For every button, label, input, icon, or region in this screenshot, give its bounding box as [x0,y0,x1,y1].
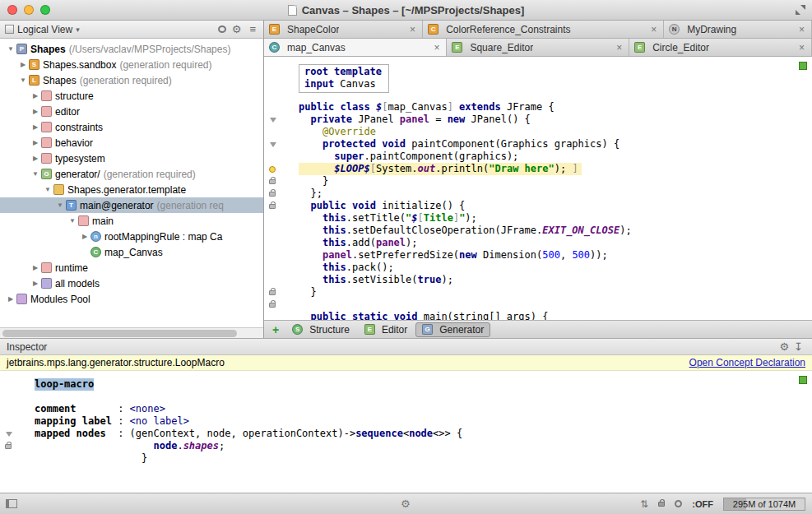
code-text[interactable]: super.paintComponent(graphics); [299,150,518,163]
code-token[interactable]: .setVisible( [346,274,418,285]
insp-line[interactable]: mapping label : <no label> [0,415,812,428]
tree-item-all-models[interactable]: ▶all models [0,276,263,291]
code-token[interactable]: ); [554,163,573,174]
code-token[interactable]: }; [299,188,322,199]
code-text[interactable]: } [35,452,147,465]
code-token[interactable] [299,262,322,273]
code-token[interactable]: <none> [130,403,165,414]
highlighting-level-icon[interactable] [675,500,682,507]
close-icon[interactable]: × [615,42,624,53]
inspector-editor[interactable]: loop-macrocomment : <none>mapping label … [0,371,812,493]
tree-item-rootmappingrule-map-ca[interactable]: ▶nrootMappingRule : map Ca [0,229,263,244]
close-icon[interactable]: × [408,24,417,35]
tree-item-shapes[interactable]: ▼PShapes (/Users/vaclav/MPSProjects/Shap… [0,41,263,57]
tree-item-editor[interactable]: ▶editor [0,104,263,119]
code-token[interactable]: .println( [435,163,489,174]
code-token[interactable]: new [448,113,466,125]
code-token[interactable] [299,138,322,150]
code-token[interactable]: panel [322,249,352,261]
code-token[interactable]: initialize() { [376,200,465,211]
code-token[interactable]: .setPreferredSize( [352,249,459,261]
code-token[interactable]: <>> { [433,428,462,439]
code-token[interactable]: Dimension( [477,249,542,261]
chevron-right-icon[interactable]: ▶ [30,139,41,146]
code-text[interactable]: public class $[map_Canvas] extends JFram… [299,101,554,113]
code-text[interactable]: protected void paintComponent(Graphics g… [299,138,619,150]
lock-icon[interactable] [658,502,665,507]
code-token[interactable]: ; [219,440,225,451]
insp-line[interactable]: mapped nodes : (genContext, node, operat… [0,428,812,440]
close-icon[interactable]: × [797,24,806,35]
intention-bulb-icon[interactable] [269,166,276,173]
code-token[interactable]: this [322,274,346,285]
tree-item-main[interactable]: ▼main [0,213,263,229]
code-token[interactable]: true [418,274,442,285]
code-line[interactable]: super.paintComponent(graphics); [264,150,812,163]
code-token[interactable]: Title [424,212,453,224]
view-tab-editor[interactable]: EEditor [358,322,414,337]
insp-line[interactable] [0,391,812,403]
code-token[interactable]: JPanel [352,113,400,125]
tree-item-map-canvas[interactable]: Cmap_Canvas [0,244,263,260]
add-view-button[interactable]: + [269,323,282,336]
code-token[interactable]: this [322,262,346,273]
tab-map-canvas[interactable]: Cmap_Canvas× [264,39,447,56]
code-line[interactable]: public class $[map_Canvas] extends JFram… [264,101,812,113]
chevron-right-icon[interactable]: ▶ [17,61,29,68]
code-token[interactable]: "Draw here" [489,163,554,174]
minimize-window-button[interactable] [24,5,34,15]
code-token[interactable]: extends [459,101,501,113]
code-token[interactable]: private [310,113,352,125]
tree-item-constraints[interactable]: ▶constraints [0,119,263,135]
code-token[interactable] [299,113,310,125]
code-token[interactable]: .add( [346,237,376,248]
tab-shapecolor[interactable]: EShapeColor× [264,21,423,38]
tab-colorreference-constraints[interactable]: CColorReference_Constraints× [423,21,664,38]
code-token[interactable]: } [299,286,317,298]
code-token[interactable]: loop-macro [35,378,94,390]
view-tab-generator[interactable]: GGenerator [415,322,490,337]
code-text[interactable]: this.setTitle("$[Title]"); [299,212,477,225]
insp-line[interactable]: comment : <none> [0,403,812,415]
code-token[interactable]: map_Canvas [387,101,447,113]
code-token[interactable]: EXIT_ON_CLOSE [542,225,619,236]
code-line[interactable]: panel.setPreferredSize(new Dimension(500… [264,249,812,262]
close-icon[interactable]: × [797,42,806,53]
code-token[interactable]: mapped nodes [35,428,106,439]
code-line[interactable]: this.setDefaultCloseOperation(JFrame.EXI… [264,225,812,237]
code-text[interactable]: comment : <none> [35,403,165,415]
code-line[interactable]: this.pack(); [264,262,812,274]
code-token[interactable]: .paintComponent(graphics); [364,150,518,162]
gear-icon[interactable]: ⚙ [230,24,244,35]
chevron-right-icon[interactable]: ▶ [30,92,41,100]
code-text[interactable]: $LOOP$[System.out.println("Draw here"); … [299,163,582,175]
code-line[interactable]: public void initialize() { [264,200,812,212]
code-token[interactable]: [ [370,163,376,174]
insp-line[interactable]: node.shapes; [0,440,812,452]
code-token[interactable]: paintComponent(Graphics graphics) { [406,138,619,150]
close-window-button[interactable] [7,5,17,15]
code-token[interactable]: out [418,163,436,174]
code-token[interactable]: System. [376,163,418,174]
code-token[interactable]: )); [590,249,608,261]
code-token[interactable]: $LOOP$ [334,163,369,174]
memory-indicator[interactable]: 295M of 1074M [723,498,805,511]
editor-pane[interactable]: root template input Canvas public class … [264,57,812,320]
code-text[interactable]: node.shapes; [35,440,225,452]
code-token[interactable]: this [322,225,346,236]
code-token[interactable]: : [77,403,130,414]
chevron-down-icon[interactable]: ▼ [54,201,66,209]
code-token[interactable]: : [112,415,130,427]
code-token[interactable]: new [459,249,477,261]
code-token[interactable] [299,200,310,211]
open-concept-declaration-link[interactable]: Open Concept Declaration [689,357,805,368]
code-token[interactable]: public void [310,200,375,211]
code-token[interactable] [299,225,322,236]
code-token[interactable]: ); [406,237,417,248]
code-text[interactable]: mapped nodes : (genContext, node, operat… [35,428,462,440]
code-token[interactable]: node [409,428,433,439]
code-token[interactable]: ); [465,212,476,224]
code-token[interactable]: node [154,440,178,451]
tree-item-shapes-generator-template[interactable]: ▼Shapes.generator.template [0,182,263,197]
logical-view-selector[interactable]: Logical View [17,24,72,35]
